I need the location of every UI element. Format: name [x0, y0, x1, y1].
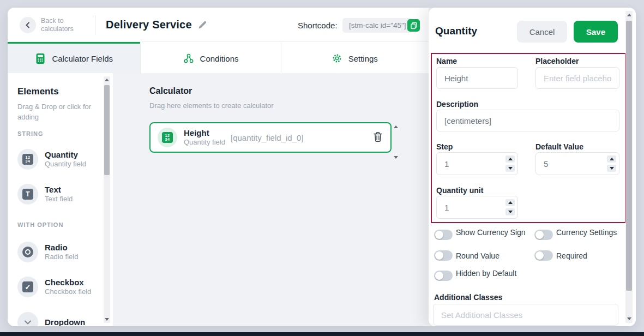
panel-title: Quantity — [435, 25, 477, 37]
text-icon: T — [17, 184, 38, 205]
tab-label: Settings — [348, 54, 378, 63]
header: Back to calculators Delivery Service Sho… — [8, 8, 429, 41]
description-label: Description — [436, 100, 478, 109]
scroll-down-icon[interactable] — [627, 317, 631, 320]
sidebar-title: Elements — [17, 86, 59, 97]
chevron-left-icon — [25, 22, 31, 28]
scroll-up-icon[interactable] — [105, 79, 109, 81]
calculator-canvas: Calculator Drag here elements to create … — [113, 73, 429, 326]
sidebar-item-checkbox[interactable]: ✓ Checkbox Checkbox field — [17, 276, 105, 298]
canvas-title: Calculator — [149, 86, 192, 96]
canvas-scroll-up-icon[interactable] — [394, 125, 398, 128]
page-title: Delivery Service — [106, 19, 192, 31]
item-name: Quantity — [45, 150, 86, 160]
sidebar-item-radio[interactable]: Radio Radio field — [17, 241, 105, 263]
tab-calculator-fields[interactable]: Calculator Fields — [8, 42, 140, 73]
shortcode-value: [stm-calc id="45"] — [342, 18, 413, 33]
quantity-icon: 12 34 — [158, 128, 177, 147]
toggle-hidden-by-default[interactable] — [434, 271, 453, 281]
highlighted-settings-group: Name Placeholder Description Step Defaul… — [431, 53, 626, 223]
window-bottom-border — [0, 332, 644, 336]
toggle-label: Round Value — [456, 251, 531, 261]
app-window: Back to calculators Delivery Service Sho… — [8, 8, 636, 326]
back-to-calculators-link[interactable]: Back to calculators — [41, 17, 77, 33]
placeholder-field[interactable] — [535, 67, 619, 89]
toggle-label: Hidden by Default — [456, 268, 531, 278]
edit-title-pencil-icon[interactable] — [197, 20, 208, 32]
additional-classes-field[interactable] — [433, 304, 618, 326]
item-desc: Text field — [45, 195, 73, 203]
sidebar-scrollbar[interactable] — [104, 76, 110, 323]
tab-label: Conditions — [200, 54, 239, 63]
header-divider — [95, 15, 95, 35]
conditions-icon — [183, 53, 194, 64]
scrollbar-thumb[interactable] — [626, 21, 632, 291]
cancel-button[interactable]: Cancel — [517, 21, 567, 43]
field-card-height[interactable]: 12 34 Height Quantity field [quantity_fi… — [149, 122, 392, 153]
name-label: Name — [436, 57, 457, 65]
elements-sidebar: Elements Drag & Drop or click for adding… — [8, 73, 113, 326]
icon-glyph: 34 — [26, 159, 31, 163]
copy-shortcode-button[interactable] — [407, 19, 420, 32]
placeholder-label: Placeholder — [535, 57, 579, 65]
toggle-label: Required — [556, 251, 631, 261]
copy-icon — [410, 22, 418, 29]
quantity-unit-decrement-button[interactable] — [505, 208, 515, 215]
sidebar-item-text[interactable]: T Text Text field — [17, 183, 105, 205]
toggle-required[interactable] — [534, 250, 553, 261]
sidebar-item-quantity[interactable]: 12 34 Quantity Quantity field — [17, 148, 105, 170]
trash-icon — [373, 131, 383, 142]
scroll-up-icon[interactable] — [627, 14, 631, 16]
tab-conditions[interactable]: Conditions — [140, 42, 280, 73]
quantity-unit-increment-button[interactable] — [505, 199, 515, 206]
checkbox-icon: ✓ — [17, 277, 38, 297]
additional-classes-label: Additional Classes — [434, 293, 502, 302]
icon-glyph: 12 — [26, 155, 31, 159]
shortcode-label: Shortcode: — [298, 21, 338, 30]
toggle-show-currency-sign[interactable] — [434, 230, 453, 240]
delete-field-button[interactable] — [373, 131, 383, 145]
canvas-scroll-down-icon[interactable] — [394, 156, 398, 159]
toggle-currency-settings[interactable] — [534, 230, 553, 240]
item-desc: Radio field — [45, 253, 78, 261]
sidebar-subtitle: Drag & Drop or click for adding — [17, 101, 99, 122]
toggle-label: Currency Settings — [556, 227, 631, 237]
step-increment-button[interactable] — [505, 155, 515, 163]
quantity-icon: 12 34 — [17, 149, 38, 170]
name-field[interactable] — [436, 67, 518, 89]
default-value-label: Default Value — [535, 142, 583, 151]
icon-glyph: 12 — [165, 134, 170, 137]
save-button[interactable]: Save — [574, 21, 618, 43]
calculator-icon — [35, 53, 46, 64]
step-decrement-button[interactable] — [505, 165, 515, 172]
radio-icon — [17, 242, 38, 262]
item-name: Checkbox — [45, 278, 91, 287]
sidebar-item-dropdown[interactable]: Dropdown — [17, 311, 105, 326]
dropdown-icon — [17, 312, 38, 326]
default-value-decrement-button[interactable] — [607, 165, 616, 172]
panel-scrollbar[interactable] — [625, 11, 633, 323]
field-type: Quantity field — [184, 138, 231, 147]
tab-label: Calculator Fields — [52, 54, 113, 63]
scroll-down-icon[interactable] — [105, 318, 109, 321]
back-button[interactable] — [20, 17, 36, 33]
field-settings-panel: Quantity Cancel Save Name Placeholder De… — [429, 8, 636, 326]
toggle-round-value[interactable] — [434, 250, 453, 261]
item-desc: Quantity field — [45, 160, 86, 169]
item-name: Text — [45, 185, 73, 195]
tab-settings[interactable]: Settings — [281, 42, 429, 73]
default-value-increment-button[interactable] — [607, 155, 616, 163]
item-desc: Checkbox field — [45, 287, 91, 296]
step-label: Step — [436, 142, 453, 151]
icon-glyph: 34 — [165, 137, 170, 141]
quantity-unit-label: Quantity unit — [436, 186, 483, 195]
canvas-subtitle: Drag here elements to create calculator — [149, 101, 274, 110]
scrollbar-thumb[interactable] — [104, 85, 110, 175]
item-name: Dropdown — [45, 317, 85, 326]
tab-bar: Calculator Fields Conditions Settings — [8, 41, 429, 73]
description-field[interactable] — [436, 110, 619, 131]
gear-icon — [332, 53, 342, 64]
field-shortcode: [quantity_field_id_0] — [231, 133, 303, 142]
field-name: Height — [184, 128, 231, 138]
item-name: Radio — [45, 243, 78, 253]
